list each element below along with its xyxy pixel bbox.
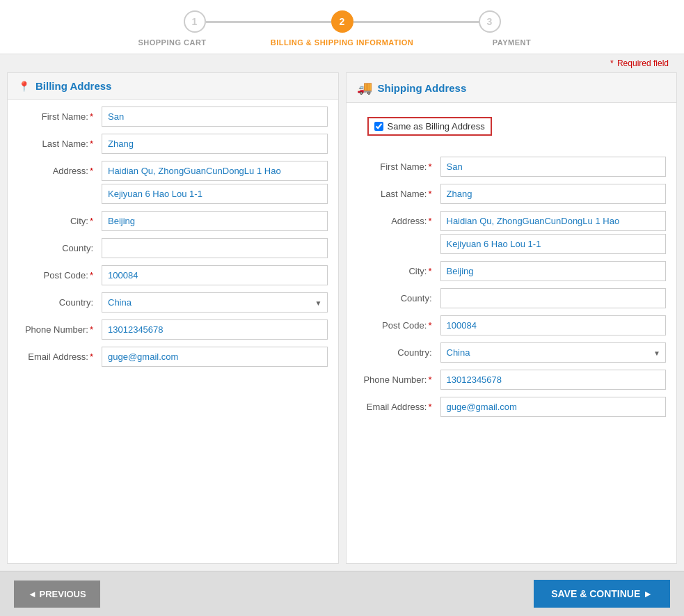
billing-county-input[interactable] [102,238,328,258]
shipping-form: First Name:* Last Name:* [347,150,677,431]
shipping-phone-input-wrapper [440,370,667,390]
step-line-1 [206,21,331,23]
required-text: Required field [617,58,669,68]
shipping-address2-input[interactable] [440,234,667,254]
billing-country-select[interactable]: China USA UK [102,292,328,313]
billing-postcode-input[interactable] [102,265,328,285]
billing-email-label: Email Address:* [18,352,102,362]
shipping-section: 🚚 Shipping Address Same as Billing Addre… [346,72,678,564]
billing-city-label: City:* [18,216,102,226]
step-2-circle: 2 [331,10,353,33]
billing-firstname-input-wrapper [102,106,328,127]
footer: ◄ PREVIOUS SAVE & CONTINUE ► [0,571,684,616]
step-labels: SHOPPING CART BILLING & SHIPPING INFORMA… [0,38,684,47]
billing-address1-input[interactable] [102,161,328,181]
billing-phone-row: Phone Number:* [18,319,328,340]
required-note: * Required field [0,54,684,72]
shipping-country-row: Country: China USA UK [357,342,667,363]
shipping-city-input[interactable] [440,261,667,281]
shipping-address1-row: Address:* [357,211,667,231]
billing-lastname-input[interactable] [102,134,328,154]
shipping-postcode-label: Post Code:* [357,320,440,331]
billing-phone-input[interactable] [102,319,328,340]
shipping-lastname-input[interactable] [440,184,667,204]
required-asterisk: * [610,58,614,68]
billing-postcode-row: Post Code:* [18,265,328,285]
same-as-billing-checkbox[interactable] [374,122,383,131]
truck-icon: 🚚 [357,80,372,95]
shipping-firstname-input[interactable] [440,157,667,177]
billing-firstname-input[interactable] [102,106,328,127]
page-wrapper: 1 2 3 SHOPPING CART BILLING & SHIPPING I… [0,0,684,616]
same-as-billing-text: Same as Billing Address [388,121,485,132]
shipping-title: Shipping Address [378,82,467,94]
shipping-header: 🚚 Shipping Address [347,73,677,103]
same-as-billing-label[interactable]: Same as Billing Address [367,117,492,136]
shipping-firstname-input-wrapper [440,157,667,177]
shipping-country-select-wrapper: China USA UK [440,342,667,363]
billing-lastname-input-wrapper [102,134,328,154]
billing-section: 📍 Billing Address First Name:* Last Name… [7,72,339,564]
shipping-email-input[interactable] [440,397,667,417]
billing-city-row: City:* [18,211,328,231]
shipping-postcode-row: Post Code:* [357,315,667,335]
billing-country-select-wrapper: China USA UK [102,292,328,313]
shipping-country-select[interactable]: China USA UK [440,342,667,363]
shipping-county-input[interactable] [440,288,667,308]
billing-county-label: County: [18,243,102,253]
billing-city-input-wrapper [102,211,328,231]
step-line-2 [353,21,479,23]
billing-address2-input[interactable] [102,184,328,204]
shipping-county-input-wrapper [440,288,667,308]
main-content: 📍 Billing Address First Name:* Last Name… [0,72,684,571]
billing-phone-input-wrapper [102,319,328,340]
shipping-address1-input[interactable] [440,211,667,231]
billing-country-row: Country: China USA UK [18,292,328,313]
billing-country-label: Country: [18,297,102,308]
shipping-city-input-wrapper [440,261,667,281]
shipping-lastname-row: Last Name:* [357,184,667,204]
progress-bar: 1 2 3 [0,10,684,33]
billing-lastname-label: Last Name:* [18,139,102,149]
billing-lastname-row: Last Name:* [18,134,328,154]
shipping-address1-input-wrapper [440,211,667,231]
shipping-county-row: County: [357,288,667,308]
step-3-label: PAYMENT [427,38,597,47]
shipping-lastname-input-wrapper [440,184,667,204]
progress-section: 1 2 3 SHOPPING CART BILLING & SHIPPING I… [0,0,684,54]
billing-address2-row: Address: [18,184,328,204]
billing-city-input[interactable] [102,211,328,231]
billing-email-row: Email Address:* [18,347,328,367]
step-2-label: BILLING & SHIPPING INFORMATION [257,38,427,47]
previous-button[interactable]: ◄ PREVIOUS [14,581,100,608]
billing-email-input[interactable] [102,347,328,367]
billing-firstname-row: First Name:* [18,106,328,127]
shipping-address2-input-wrapper [440,234,667,254]
billing-postcode-label: Post Code:* [18,270,102,281]
shipping-county-label: County: [357,293,440,303]
billing-title: Billing Address [35,80,111,92]
billing-form: First Name:* Last Name:* [8,100,338,381]
billing-county-row: County: [18,238,328,258]
billing-header: 📍 Billing Address [8,73,338,100]
shipping-firstname-label: First Name:* [357,161,440,172]
shipping-email-row: Email Address:* [357,397,667,417]
shipping-phone-label: Phone Number:* [357,374,440,385]
billing-firstname-label: First Name:* [18,111,102,122]
shipping-lastname-label: Last Name:* [357,189,440,199]
billing-postcode-input-wrapper [102,265,328,285]
shipping-country-label: Country: [357,347,440,358]
shipping-city-label: City:* [357,266,440,276]
shipping-email-label: Email Address:* [357,402,440,412]
billing-phone-label: Phone Number:* [18,324,102,335]
location-icon: 📍 [18,81,30,92]
shipping-postcode-input[interactable] [440,315,667,335]
save-continue-button[interactable]: SAVE & CONTINUE ► [534,580,670,608]
shipping-phone-input[interactable] [440,370,667,390]
shipping-postcode-input-wrapper [440,315,667,335]
billing-county-input-wrapper [102,238,328,258]
shipping-address-label: Address:* [357,216,440,226]
step-1-circle: 1 [184,10,206,33]
billing-address-label: Address:* [18,166,102,176]
shipping-firstname-row: First Name:* [357,157,667,177]
